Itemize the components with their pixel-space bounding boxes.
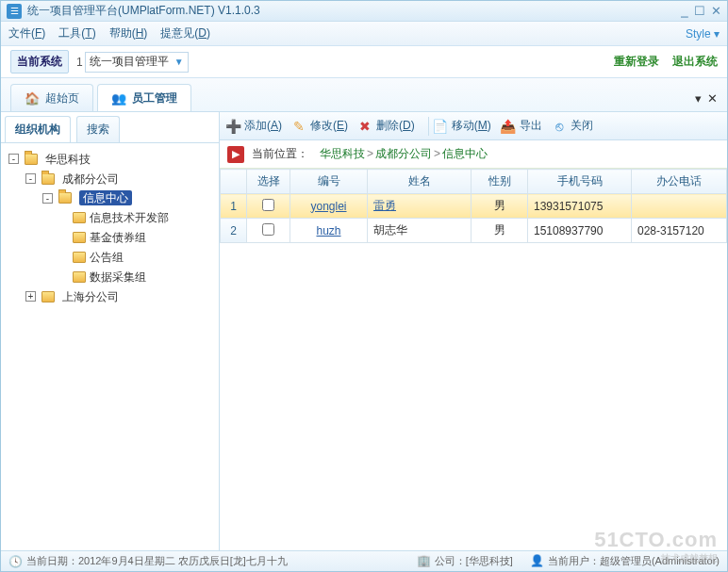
breadcrumb-arrow-icon: ▶	[227, 146, 244, 163]
left-tabs: 组织机构 搜索	[1, 112, 219, 143]
col-rownum	[221, 170, 247, 194]
tree-node-collect[interactable]: 数据采集组	[90, 270, 146, 284]
cell-code[interactable]: yonglei	[290, 194, 368, 219]
tree-node-infocenter[interactable]: 信息中心	[79, 190, 132, 205]
tree-node-fund[interactable]: 基金债券组	[90, 231, 146, 244]
app-icon: ☰	[7, 4, 22, 19]
chevron-down-icon: ▼	[174, 57, 184, 67]
tree-toggle[interactable]: -	[8, 154, 19, 164]
crumb-infocenter[interactable]: 信息中心	[442, 147, 488, 160]
tab-close-icon[interactable]: ✕	[707, 91, 718, 106]
exit-link[interactable]: 退出系统	[672, 54, 718, 70]
status-user: 超级管理员(Administrator)	[600, 555, 720, 566]
cell-gender: 男	[472, 219, 528, 243]
tree-toggle[interactable]: -	[25, 173, 36, 184]
col-name[interactable]: 姓名	[368, 170, 472, 194]
status-company: [华思科技]	[466, 555, 513, 566]
statusbar: 🕓 当前日期： 2012年9月4日星期二 农历戊辰日[龙]七月十九 🏢公司：[华…	[1, 550, 727, 571]
tab-label: 员工管理	[132, 90, 177, 106]
user-icon: 👤	[530, 554, 544, 567]
window-title: 统一项目管理平台(UMPlatForm.NET) V1.1.0.3	[27, 3, 260, 19]
clock-icon: 🕓	[8, 555, 23, 568]
tab-dropdown-icon[interactable]: ▾	[695, 91, 702, 106]
toolbar: ➕添加(A) ✎修改(E) ✖删除(D) 📄移动(M) 📤导出 ⎋关闭	[220, 112, 727, 140]
status-company-label: 公司：	[435, 555, 466, 566]
cell-mobile: 13931571075	[528, 194, 632, 219]
relogin-link[interactable]: 重新登录	[614, 54, 659, 70]
cell-code[interactable]: huzh	[290, 219, 368, 243]
minimize-icon[interactable]: ⎯	[681, 4, 688, 18]
system-combo[interactable]: 统一项目管理平 ▼	[85, 52, 189, 73]
folder-icon	[41, 291, 55, 302]
col-office[interactable]: 办公电话	[632, 170, 727, 194]
table-row[interactable]: 2 huzh 胡志华 男 15108937790 028-3157120	[221, 219, 727, 243]
breadcrumb: ▶ 当前位置： 华思科技>成都分公司>信息中心	[220, 140, 727, 169]
close-tool-icon: ⎋	[552, 119, 567, 134]
col-select[interactable]: 选择	[247, 170, 290, 194]
breadcrumb-label: 当前位置：	[252, 146, 308, 162]
crumb-root[interactable]: 华思科技	[320, 147, 365, 160]
cell-name: 胡志华	[368, 219, 472, 243]
menu-feedback[interactable]: 提意见(D)	[160, 25, 210, 41]
col-mobile[interactable]: 手机号码	[528, 170, 632, 194]
move-button[interactable]: 📄移动(M)	[433, 118, 491, 134]
system-combo-text: 统一项目管理平	[90, 54, 169, 70]
system-selector-bar: 当前系统 1 统一项目管理平 ▼ 重新登录 退出系统	[1, 46, 727, 78]
col-gender[interactable]: 性别	[472, 170, 528, 194]
maximize-icon[interactable]: ☐	[694, 4, 705, 18]
row-checkbox[interactable]	[262, 223, 274, 236]
data-grid: 选择 编号 姓名 性别 手机号码 办公电话 1 yonglei 雷勇 男	[220, 169, 727, 550]
tree-node-itdev[interactable]: 信息技术开发部	[90, 211, 169, 224]
status-date-label: 当前日期：	[26, 554, 78, 568]
folder-icon	[73, 271, 86, 283]
close-icon[interactable]: ✕	[711, 4, 721, 18]
tree-node-shanghai[interactable]: 上海分公司	[62, 290, 119, 303]
row-index: 2	[221, 219, 247, 243]
cell-mobile: 15108937790	[528, 219, 632, 243]
right-panel: ➕添加(A) ✎修改(E) ✖删除(D) 📄移动(M) 📤导出 ⎋关闭 ▶ 当前…	[220, 112, 727, 550]
edit-icon: ✎	[291, 119, 306, 134]
delete-button[interactable]: ✖删除(D)	[357, 118, 415, 134]
cell-office: 028-3157120	[632, 219, 727, 243]
menu-tools[interactable]: 工具(T)	[58, 25, 95, 41]
status-date: 2012年9月4日星期二 农历戊辰日[龙]七月十九	[78, 554, 288, 568]
menubar: 文件(F) 工具(T) 帮助(H) 提意见(D) Style ▾	[1, 22, 727, 46]
style-dropdown[interactable]: Style ▾	[686, 27, 720, 41]
folder-icon	[25, 154, 38, 165]
tab-employee[interactable]: 👥 员工管理	[97, 84, 191, 111]
export-button[interactable]: 📤导出	[501, 118, 542, 134]
tree-node-announce[interactable]: 公告组	[90, 251, 124, 264]
tree-toggle[interactable]: +	[25, 291, 36, 302]
folder-icon	[73, 232, 86, 243]
current-system-label: 当前系统	[10, 50, 69, 74]
tree-toggle[interactable]: -	[42, 193, 53, 204]
home-icon: 🏠	[25, 91, 40, 106]
export-icon: 📤	[501, 119, 516, 134]
menu-file[interactable]: 文件(F)	[8, 25, 45, 41]
cell-office	[632, 194, 727, 219]
close-button[interactable]: ⎋关闭	[552, 118, 593, 134]
left-tab-search[interactable]: 搜索	[76, 116, 120, 142]
add-icon: ➕	[225, 119, 240, 134]
cell-gender: 男	[472, 194, 528, 219]
folder-icon	[41, 173, 55, 185]
menu-help[interactable]: 帮助(H)	[109, 25, 148, 41]
main-area: 组织机构 搜索 - 华思科技 - 成都分公司	[1, 112, 727, 550]
tab-startpage[interactable]: 🏠 超始页	[10, 84, 93, 111]
system-index: 1	[76, 56, 83, 69]
building-icon: 🏢	[417, 554, 431, 567]
add-button[interactable]: ➕添加(A)	[225, 118, 282, 134]
cell-name[interactable]: 雷勇	[368, 194, 472, 219]
tree-node-root[interactable]: 华思科技	[45, 153, 91, 166]
tree-node-chengdu[interactable]: 成都分公司	[62, 172, 119, 186]
left-tab-org[interactable]: 组织机构	[5, 116, 71, 142]
delete-icon: ✖	[357, 119, 372, 134]
folder-icon	[73, 212, 86, 223]
crumb-chengdu[interactable]: 成都分公司	[375, 147, 432, 160]
folder-open-icon	[58, 192, 72, 204]
row-checkbox[interactable]	[262, 199, 274, 211]
table-row[interactable]: 1 yonglei 雷勇 男 13931571075	[221, 194, 727, 219]
edit-button[interactable]: ✎修改(E)	[291, 118, 348, 134]
col-code[interactable]: 编号	[290, 170, 368, 194]
left-panel: 组织机构 搜索 - 华思科技 - 成都分公司	[1, 112, 220, 550]
